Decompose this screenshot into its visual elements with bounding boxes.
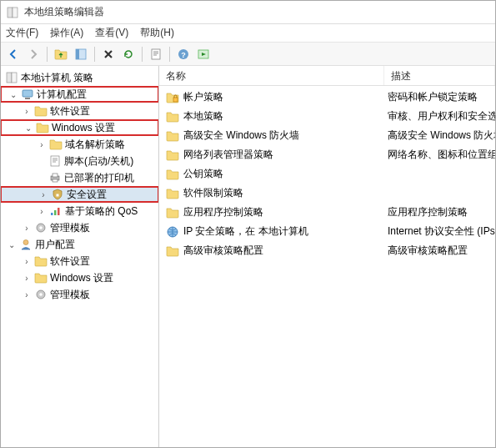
expand-icon[interactable]: ›	[22, 289, 32, 300]
tree-label: 用户配置	[35, 238, 75, 252]
list-item-desc: Internet 协议安全性 (IPsec)	[384, 224, 495, 239]
list-item-name: 帐户策略	[183, 90, 223, 104]
title-bar: 本地组策略编辑器	[1, 1, 495, 24]
folder-icon	[49, 138, 63, 151]
folder-icon	[166, 148, 179, 162]
tree-label: 域名解析策略	[65, 138, 125, 152]
tree-printers[interactable]: 已部署的打印机	[1, 169, 158, 186]
list-item[interactable]: 高级审核策略配置高级审核策略配置	[159, 241, 495, 260]
toolbar-run[interactable]	[194, 45, 213, 63]
folder-icon	[166, 187, 179, 200]
list-item-name: IP 安全策略，在 本地计算机	[183, 224, 308, 239]
properties-icon	[149, 48, 163, 61]
expand-icon[interactable]: ›	[37, 139, 47, 149]
expand-icon[interactable]: ⌄	[8, 89, 18, 99]
tree-computer-config[interactable]: ⌄ 计算机配置	[1, 86, 159, 103]
content-area: 本地计算机 策略 ⌄ 计算机配置 › 软件设置 ⌄ Windows 设置 › 域…	[1, 66, 495, 447]
folder-icon	[34, 254, 48, 268]
list-item[interactable]: IP 安全策略，在 本地计算机Internet 协议安全性 (IPsec)	[159, 222, 495, 241]
expand-icon[interactable]: ›	[38, 189, 48, 199]
tree-label: Windows 设置	[52, 121, 115, 135]
expand-icon[interactable]: ›	[22, 256, 32, 266]
menu-view[interactable]: 查看(V)	[95, 26, 128, 40]
tree-scripts[interactable]: 脚本(启动/关机)	[1, 153, 158, 169]
folder-icon	[166, 110, 179, 123]
expand-icon[interactable]: ⌄	[23, 123, 33, 133]
forward-arrow-icon	[28, 48, 39, 60]
help-icon: ?	[177, 48, 190, 61]
list-body: 帐户策略密码和帐户锁定策略本地策略审核、用户权利和安全选项高级安全 Window…	[159, 86, 495, 260]
tree-dns-policy[interactable]: › 域名解析策略	[1, 136, 158, 153]
list-item[interactable]: 网络列表管理器策略网络名称、图标和位置组策略	[159, 145, 495, 164]
list-item-desc: 高级安全 Windows 防火墙	[384, 128, 495, 143]
delete-x-icon	[103, 48, 114, 60]
refresh-icon	[122, 48, 135, 61]
list-item[interactable]: 软件限制策略	[159, 184, 495, 203]
expand-icon[interactable]: ›	[22, 273, 32, 283]
list-item[interactable]: 公钥策略	[159, 164, 495, 184]
shield-lock-icon	[51, 188, 64, 201]
folder-icon	[34, 271, 48, 284]
tree-root[interactable]: 本地计算机 策略	[1, 69, 158, 86]
list-item[interactable]: 本地策略审核、用户权利和安全选项	[159, 107, 495, 126]
list-item[interactable]: 应用程序控制策略应用程序控制策略	[159, 203, 495, 222]
tree-qos[interactable]: › 基于策略的 QoS	[1, 203, 158, 219]
expand-icon[interactable]: ›	[37, 206, 47, 216]
toolbar-show-pane[interactable]	[72, 45, 90, 63]
tree-root-label: 本地计算机 策略	[21, 71, 93, 85]
toolbar-properties[interactable]	[147, 45, 165, 63]
toolbar-delete[interactable]	[99, 45, 118, 63]
script-icon	[48, 154, 62, 168]
folder-icon	[34, 104, 48, 118]
folder-icon	[166, 206, 179, 219]
column-description[interactable]: 描述	[384, 66, 495, 85]
list-item[interactable]: 高级安全 Windows 防火墙高级安全 Windows 防火墙	[159, 126, 495, 145]
toolbar-separator	[142, 47, 143, 62]
user-icon	[19, 238, 33, 251]
tree-user-admin-templates[interactable]: › 管理模板	[1, 286, 158, 303]
toolbar-forward[interactable]	[24, 45, 43, 63]
menu-help[interactable]: 帮助(H)	[140, 26, 174, 40]
list-item-name: 软件限制策略	[183, 186, 243, 200]
expand-icon[interactable]: ›	[22, 106, 32, 116]
ipsec-icon	[166, 225, 179, 239]
toolbar-separator	[169, 47, 170, 62]
tree-user-windows[interactable]: › Windows 设置	[1, 269, 158, 286]
tree-label: 脚本(启动/关机)	[64, 154, 133, 169]
tree-label: 基于策略的 QoS	[65, 204, 138, 219]
menu-action[interactable]: 操作(A)	[50, 26, 83, 40]
toolbar-refresh[interactable]	[119, 45, 138, 63]
tree-label: Windows 设置	[50, 271, 113, 285]
tree-software-settings[interactable]: › 软件设置	[1, 103, 158, 119]
folder-icon	[36, 121, 49, 134]
column-name[interactable]: 名称	[159, 66, 384, 85]
list-item-desc: 网络名称、图标和位置组策略	[384, 148, 495, 162]
list-item-name: 本地策略	[183, 109, 223, 123]
expand-icon[interactable]: ⌄	[7, 239, 17, 249]
app-icon	[6, 6, 19, 19]
tree-pane[interactable]: 本地计算机 策略 ⌄ 计算机配置 › 软件设置 ⌄ Windows 设置 › 域…	[1, 66, 159, 447]
list-item-desc: 审核、用户权利和安全选项	[384, 109, 495, 123]
up-folder-icon	[54, 48, 68, 61]
tree-user-config[interactable]: ⌄ 用户配置	[1, 236, 158, 253]
back-arrow-icon	[8, 48, 19, 60]
expand-icon[interactable]: ›	[22, 223, 32, 233]
tree-windows-settings[interactable]: ⌄ Windows 设置	[1, 119, 159, 136]
tree-label: 软件设置	[50, 104, 90, 118]
tree-label: 已部署的打印机	[64, 171, 134, 185]
svg-rect-19	[152, 49, 160, 59]
tree-admin-templates[interactable]: › 管理模板	[1, 219, 158, 236]
tree-user-software[interactable]: › 软件设置	[1, 253, 158, 269]
menu-file[interactable]: 文件(F)	[6, 26, 38, 40]
toolbar-separator	[47, 47, 48, 62]
svg-text:?: ?	[181, 50, 186, 58]
qos-bars-icon	[49, 204, 63, 218]
list-item[interactable]: 帐户策略密码和帐户锁定策略	[159, 88, 495, 107]
folder-lock-icon	[166, 91, 179, 104]
tree-security-settings[interactable]: › 安全设置	[1, 186, 159, 203]
toolbar-up-folder[interactable]	[52, 45, 70, 63]
gear-folder-icon	[34, 221, 48, 234]
toolbar-help[interactable]: ?	[174, 45, 193, 63]
toolbar-back[interactable]	[4, 45, 23, 63]
svg-rect-18	[76, 49, 79, 59]
